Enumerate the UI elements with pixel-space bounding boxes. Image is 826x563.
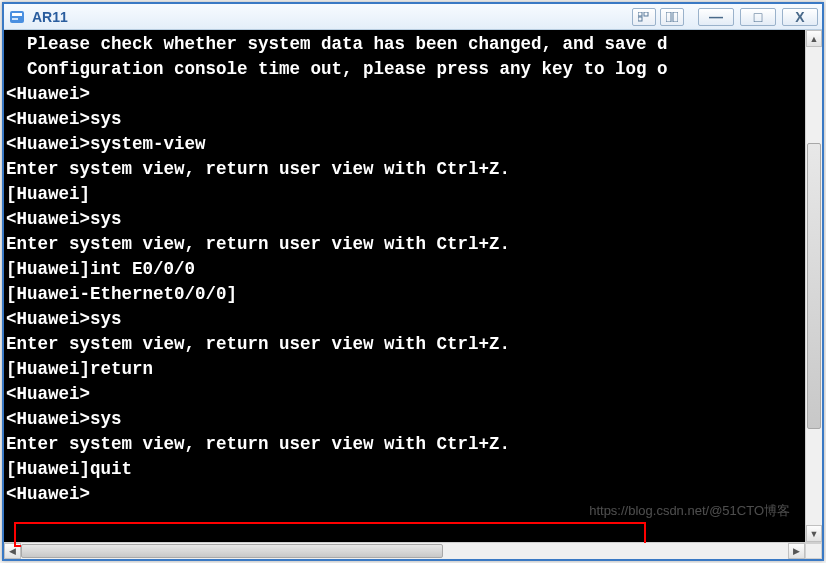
- svg-rect-2: [12, 18, 18, 20]
- svg-rect-7: [673, 12, 678, 22]
- svg-rect-3: [638, 12, 642, 16]
- terminal-line: Enter system view, return user view with…: [6, 332, 805, 357]
- terminal-line: [Huawei]int E0/0/0: [6, 257, 805, 282]
- close-button[interactable]: X: [782, 8, 818, 26]
- horizontal-scrollbar[interactable]: ◀ ▶: [4, 542, 822, 559]
- svg-rect-6: [666, 12, 671, 22]
- scroll-left-arrow-icon[interactable]: ◀: [4, 543, 21, 559]
- minimize-button[interactable]: —: [698, 8, 734, 26]
- maximize-button[interactable]: □: [740, 8, 776, 26]
- terminal-line: <Huawei>sys: [6, 307, 805, 332]
- scroll-up-arrow-icon[interactable]: ▲: [806, 30, 822, 47]
- terminal-line: <Huawei>: [6, 382, 805, 407]
- terminal-line: Enter system view, return user view with…: [6, 432, 805, 457]
- terminal-line: Please check whether system data has bee…: [6, 32, 805, 57]
- hscroll-track[interactable]: [21, 543, 788, 559]
- scroll-down-arrow-icon[interactable]: ▼: [806, 525, 822, 542]
- svg-rect-5: [638, 17, 642, 21]
- terminal-line: [Huawei]return: [6, 357, 805, 382]
- terminal-line: <Huawei>sys: [6, 407, 805, 432]
- terminal-line: <Huawei>: [6, 482, 805, 507]
- vscroll-track[interactable]: [806, 47, 822, 525]
- terminal-line: <Huawei>sys: [6, 107, 805, 132]
- svg-rect-0: [10, 11, 24, 23]
- terminal-line: Enter system view, return user view with…: [6, 232, 805, 257]
- svg-rect-1: [12, 13, 22, 16]
- terminal-wrap: Please check whether system data has bee…: [4, 30, 822, 542]
- hscroll-thumb[interactable]: [21, 544, 443, 558]
- terminal-line: [Huawei]quit: [6, 457, 805, 482]
- toolbar-button-1[interactable]: [632, 8, 656, 26]
- svg-rect-4: [644, 12, 648, 16]
- terminal-line: <Huawei>system-view: [6, 132, 805, 157]
- app-icon: [8, 8, 26, 26]
- app-window: AR11 — □ X Please check whether system d…: [2, 2, 824, 561]
- terminal-line: <Huawei>: [6, 82, 805, 107]
- terminal-output[interactable]: Please check whether system data has bee…: [4, 30, 805, 542]
- terminal-line: [Huawei-Ethernet0/0/0]: [6, 282, 805, 307]
- scroll-right-arrow-icon[interactable]: ▶: [788, 543, 805, 559]
- terminal-line: Configuration console time out, please p…: [6, 57, 805, 82]
- vertical-scrollbar[interactable]: ▲ ▼: [805, 30, 822, 542]
- vscroll-thumb[interactable]: [807, 143, 821, 430]
- terminal-line: [Huawei]: [6, 182, 805, 207]
- content-area: Please check whether system data has bee…: [4, 30, 822, 559]
- toolbar-button-2[interactable]: [660, 8, 684, 26]
- terminal-line: <Huawei>sys: [6, 207, 805, 232]
- window-title: AR11: [32, 9, 68, 25]
- terminal-line: Enter system view, return user view with…: [6, 157, 805, 182]
- titlebar[interactable]: AR11 — □ X: [4, 2, 822, 30]
- scroll-corner: [805, 543, 822, 559]
